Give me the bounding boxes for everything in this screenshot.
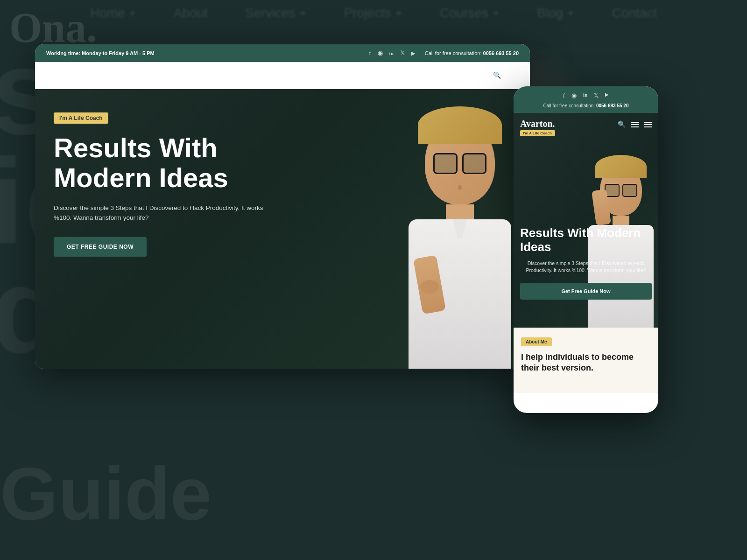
mobile-hero-title: Results With Modern Ideas <box>520 226 652 254</box>
bg-nav-item: Courses + <box>440 6 500 21</box>
bg-bottom-text: Guide <box>0 451 211 537</box>
desktop-topbar: Working time: Monday to Friday 9 AM - 5 … <box>35 44 530 62</box>
nav-links: Home + About + Services + Projects + Cou… <box>173 70 414 81</box>
hamburger-icon[interactable] <box>507 71 516 79</box>
hero-cta-button[interactable]: Get Free Guide Now <box>54 237 147 257</box>
hero-description: Discover the simple 3 Steps that I Disco… <box>54 203 282 223</box>
nav-contact[interactable]: Contact <box>384 70 414 81</box>
nav-services[interactable]: Services + <box>238 70 276 81</box>
mobile-social-icons: f ◉ in 𝕏 ▶ <box>521 92 651 99</box>
mobile-consultation-label: Call for free consultation: <box>543 103 595 108</box>
mobile-facebook-icon[interactable]: f <box>563 92 565 99</box>
mobile-linkedin-icon[interactable]: in <box>583 92 587 99</box>
mobile-youtube-icon[interactable]: ▶ <box>605 92 609 99</box>
bg-nav-item: Services + <box>245 6 307 21</box>
bg-nav-item: About <box>174 6 208 21</box>
working-time-value: Monday to Friday 9 AM - 5 PM <box>82 50 154 56</box>
mobile-nav-icons: 🔍 <box>618 120 652 128</box>
desktop-mockup: Working time: Monday to Friday 9 AM - 5 … <box>35 44 530 369</box>
bg-nav-item: Blog + <box>537 6 574 21</box>
mobile-hero-content: Results With Modern Ideas Discover the s… <box>520 226 652 300</box>
mobile-logo[interactable]: Avarton. <box>520 119 555 129</box>
hero-content: I'm A Life Coach Results With Modern Ide… <box>35 89 530 369</box>
desktop-logo[interactable]: Avarton. <box>49 69 94 83</box>
mobile-mockup: f ◉ in 𝕏 ▶ Call for free consultation: 0… <box>514 86 658 413</box>
working-time-label: Working time: <box>46 50 80 56</box>
nav-courses[interactable]: Courses + <box>316 70 353 81</box>
mobile-consultation: Call for free consultation: 0056 693 55 … <box>521 103 651 108</box>
working-time: Working time: Monday to Friday 9 AM - 5 … <box>46 50 155 56</box>
mobile-about-title: I help individuals to become their best … <box>521 352 651 374</box>
consultation-label: Call for free consultation: <box>425 50 482 56</box>
nav-projects[interactable]: Projects + <box>278 70 314 81</box>
instagram-icon[interactable]: ◉ <box>378 49 383 57</box>
facebook-icon[interactable]: f <box>369 49 371 57</box>
nav-home[interactable]: Home + <box>173 70 204 81</box>
phone-number: 0056 693 55 20 <box>483 50 519 56</box>
bg-nav-item: Contact <box>612 6 657 21</box>
mobile-about-section: About Me I help individuals to become th… <box>514 328 658 393</box>
mobile-nav-bar: Avarton. I'm A Life Coach 🔍 <box>514 113 658 142</box>
twitter-icon[interactable]: 𝕏 <box>400 49 405 57</box>
mobile-phone-number: 0056 693 55 20 <box>596 103 629 108</box>
mobile-menu-lines-icon[interactable] <box>631 122 639 127</box>
mobile-hero-description: Discover the simple 3 Steps that I Disco… <box>520 260 652 275</box>
mobile-hero: Avarton. I'm A Life Coach 🔍 Results Wi <box>514 113 658 328</box>
mobile-logo-area: Avarton. I'm A Life Coach <box>520 119 555 136</box>
mobile-hero-cta-button[interactable]: Get Free Guide Now <box>520 283 652 300</box>
topbar-divider <box>420 49 420 58</box>
bg-nav: Home + About Services + Projects + Cours… <box>0 6 747 21</box>
hero-badge: I'm A Life Coach <box>54 112 108 124</box>
linkedin-icon[interactable]: in <box>389 50 394 56</box>
bg-nav-item: Projects + <box>344 6 402 21</box>
desktop-hero: I'm A Life Coach Results With Modern Ide… <box>35 89 530 369</box>
youtube-icon[interactable]: ▶ <box>411 50 415 56</box>
mobile-instagram-icon[interactable]: ◉ <box>571 92 577 99</box>
nav-about[interactable]: About + <box>206 70 236 81</box>
desktop-nav: Avarton. Home + About + Services + Proje… <box>35 62 530 89</box>
mobile-logo-badge: I'm A Life Coach <box>520 130 555 136</box>
hero-title: Results With Modern Ideas <box>54 133 296 193</box>
consultation-info: Call for free consultation: 0056 693 55 … <box>425 50 519 56</box>
topbar-social-area: f ◉ in 𝕏 ▶ Call for free consultation: 0… <box>369 49 519 58</box>
nav-action-icons: 🔍 <box>493 71 516 79</box>
search-icon[interactable]: 🔍 <box>493 71 501 79</box>
mobile-twitter-icon[interactable]: 𝕏 <box>594 92 599 99</box>
mobile-topbar: f ◉ in 𝕏 ▶ Call for free consultation: 0… <box>514 86 658 113</box>
mobile-search-icon[interactable]: 🔍 <box>618 120 626 128</box>
social-icons: f ◉ in 𝕏 ▶ <box>369 49 415 57</box>
mobile-hamburger-icon[interactable] <box>644 122 652 127</box>
nav-blog[interactable]: Blog + <box>355 70 382 81</box>
